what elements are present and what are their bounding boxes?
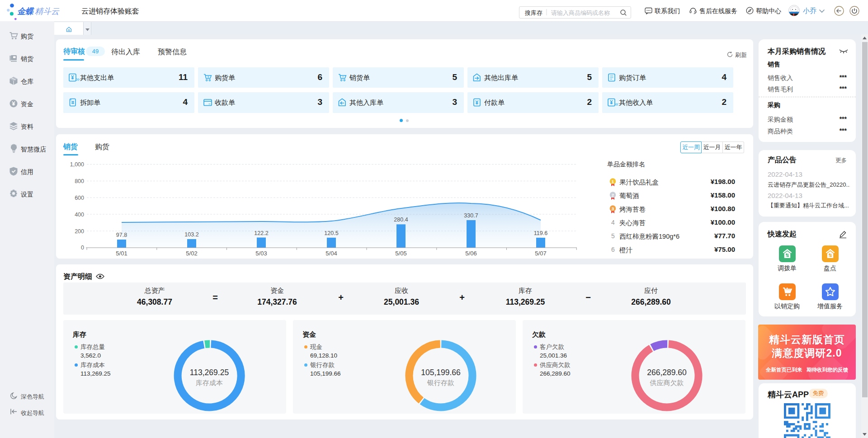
svg-text:280.4: 280.4 <box>394 217 408 223</box>
svg-text:5/02: 5/02 <box>186 250 197 257</box>
svg-text:119.6: 119.6 <box>534 230 547 236</box>
svg-text:5/07: 5/07 <box>535 250 546 257</box>
svg-text:1: 1 <box>612 179 614 184</box>
svg-text:97.8: 97.8 <box>116 232 127 238</box>
svg-text:122.2: 122.2 <box>254 230 268 236</box>
svg-text:5/01: 5/01 <box>116 250 127 257</box>
svg-text:5/03: 5/03 <box>255 250 267 257</box>
svg-text:5/05: 5/05 <box>395 250 406 257</box>
svg-text:5/04: 5/04 <box>326 250 337 257</box>
svg-text:330.7: 330.7 <box>464 212 478 219</box>
svg-text:2: 2 <box>612 193 614 198</box>
svg-text:1,000: 1,000 <box>70 161 84 168</box>
svg-text:600: 600 <box>75 195 84 201</box>
svg-text:5/06: 5/06 <box>465 250 476 257</box>
svg-text:103.2: 103.2 <box>184 231 198 238</box>
svg-text:800: 800 <box>75 178 84 184</box>
svg-text:3: 3 <box>612 206 614 211</box>
svg-text:0: 0 <box>81 245 84 251</box>
svg-text:400: 400 <box>75 212 84 218</box>
svg-text:200: 200 <box>75 228 84 235</box>
svg-text:120.5: 120.5 <box>324 230 338 236</box>
